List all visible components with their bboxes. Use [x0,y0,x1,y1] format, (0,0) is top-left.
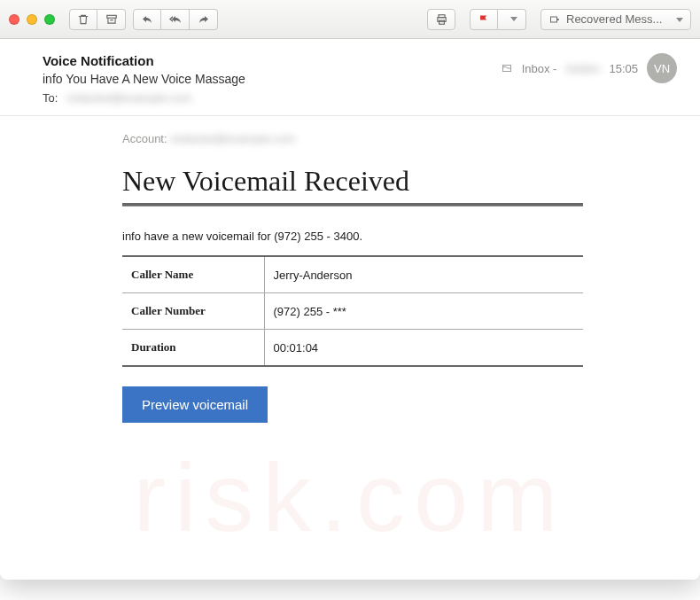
move-to-label: Recovered Mess... [566,12,662,26]
zoom-window[interactable] [44,14,55,25]
forward-icon [198,14,210,25]
row-key: Caller Name [122,256,264,293]
table-row: Caller Number (972) 255 - *** [122,293,583,330]
toolbar: Recovered Mess... [0,0,700,39]
mail-window: Recovered Mess... Voice Notification inf… [0,0,700,580]
reply-icon [141,14,153,25]
window-controls [9,14,55,25]
to-line: To: redacted@example.com [43,91,677,105]
reply-button[interactable] [133,9,161,30]
account-value: redacted@example.com [170,132,295,145]
account-line: Account: redacted@example.com [122,132,583,145]
mailbox-label: Inbox - [522,62,557,75]
to-value: redacted@example.com [66,91,191,105]
info-line: info have a new voicemail for (972) 255 … [122,230,583,243]
minimize-window[interactable] [27,14,37,25]
account-label: Account: [122,132,167,145]
email-content: Account: redacted@example.com New Voicem… [122,132,583,423]
message-header: Voice Notification info You Have A New V… [0,39,700,116]
forward-button[interactable] [190,9,218,30]
trash-icon [77,13,89,26]
delete-button[interactable] [69,9,97,30]
flag-icon [478,13,489,26]
reply-all-icon [168,14,183,25]
delete-archive-group [69,9,126,30]
table-row: Caller Name Jerry-Anderson [122,256,583,293]
row-value: Jerry-Anderson [264,256,583,293]
avatar: VN [647,53,677,83]
reply-group [133,9,218,30]
close-window[interactable] [9,14,19,25]
to-label: To: [43,91,58,105]
archive-icon [105,13,118,26]
flag-button[interactable] [470,9,498,30]
table-row: Duration 00:01:04 [122,330,583,367]
message-body: Account: redacted@example.com New Voicem… [0,116,700,440]
printer-icon [435,13,448,26]
move-to-dropdown[interactable]: Recovered Mess... [541,9,691,30]
row-value: (972) 255 - *** [264,293,583,330]
email-title: New Voicemail Received [122,165,583,203]
move-icon [548,14,561,25]
svg-rect-0 [106,15,116,18]
avatar-initials: VN [654,62,670,75]
row-key: Caller Number [122,293,264,330]
row-key: Duration [122,330,264,367]
header-meta: Inbox - hidden 15:05 VN [501,53,677,83]
details-table: Caller Name Jerry-Anderson Caller Number… [122,255,583,367]
row-value: 00:01:04 [264,330,583,367]
title-rule [122,203,583,206]
flag-menu-button[interactable] [498,9,526,30]
watermark: risk.com [0,440,700,553]
preview-voicemail-button[interactable]: Preview voicemail [122,386,268,423]
toolbar-right: Recovered Mess... [427,9,691,30]
archive-button[interactable] [97,9,126,30]
svg-rect-4 [551,17,557,22]
reply-all-button[interactable] [161,9,190,30]
print-button[interactable] [427,9,455,30]
time-label: 15:05 [609,62,638,75]
mailbox-icon [501,63,513,74]
mailbox-name: hidden [565,62,600,75]
chevron-down-icon [673,12,683,26]
